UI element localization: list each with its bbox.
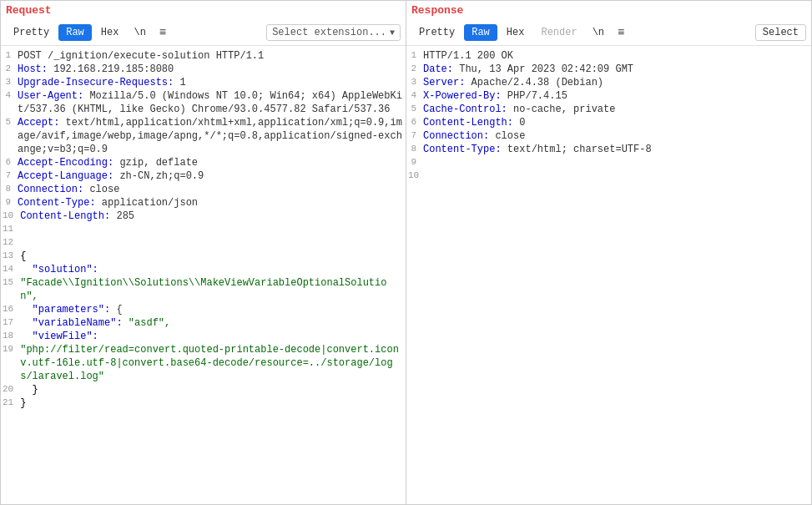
code-line: 5Cache-Control: no-cache, private — [406, 103, 811, 116]
request-raw-btn[interactable]: Raw — [58, 24, 92, 41]
code-line: 15"Facade\\Ignition\\Solutions\\MakeView… — [1, 276, 406, 303]
line-content: "variableName": "asdf", — [20, 316, 404, 330]
request-panel: Request Pretty Raw Hex \n ≡ Select exten… — [1, 1, 406, 504]
response-newline-btn[interactable]: \n — [587, 24, 610, 41]
code-line: 14 "solution": — [1, 263, 406, 276]
code-line: 19"php://filter/read=convert.quoted-prin… — [1, 343, 406, 383]
response-toolbar: Pretty Raw Hex Render \n ≡ Select — [411, 20, 806, 45]
code-line: 5Accept: text/html,application/xhtml+xml… — [1, 116, 406, 156]
line-number: 8 — [408, 143, 423, 154]
line-number: 5 — [408, 103, 423, 114]
response-raw-btn[interactable]: Raw — [464, 24, 497, 41]
request-toolbar: Pretty Raw Hex \n ≡ Select extension... … — [6, 20, 401, 45]
response-pretty-btn[interactable]: Pretty — [411, 24, 462, 41]
code-line: 8Content-Type: text/html; charset=UTF-8 — [406, 143, 811, 156]
response-content: 1HTTP/1.1 200 OK2Date: Thu, 13 Apr 2023 … — [406, 46, 811, 504]
line-content: Accept: text/html,application/xhtml+xml,… — [18, 116, 404, 156]
response-render-btn[interactable]: Render — [533, 24, 584, 41]
line-number: 5 — [3, 116, 18, 127]
code-line: 3Upgrade-Insecure-Requests: 1 — [1, 76, 406, 89]
chevron-down-icon: ▼ — [390, 28, 395, 38]
code-line: 4X-Powered-By: PHP/7.4.15 — [406, 89, 811, 103]
request-title: Request — [6, 4, 401, 20]
code-line: 3Server: Apache/2.4.38 (Debian) — [406, 76, 811, 89]
code-line: 10Content-Length: 285 — [1, 210, 406, 223]
line-content: "parameters": { — [20, 303, 404, 316]
line-number: 13 — [3, 250, 20, 260]
line-number: 6 — [408, 116, 423, 127]
code-line: 9Content-Type: application/json — [1, 196, 406, 210]
line-content: "php://filter/read=convert.quoted-printa… — [20, 343, 404, 383]
request-header: Request Pretty Raw Hex \n ≡ Select exten… — [1, 1, 406, 46]
response-lines-container: 1HTTP/1.1 200 OK2Date: Thu, 13 Apr 2023 … — [406, 49, 811, 183]
line-content: Date: Thu, 13 Apr 2023 02:42:09 GMT — [423, 63, 809, 76]
code-line: 8Connection: close — [1, 183, 406, 196]
line-content: Content-Type: text/html; charset=UTF-8 — [423, 143, 809, 156]
line-content: "viewFile": — [20, 330, 404, 343]
code-line: 7Accept-Language: zh-CN,zh;q=0.9 — [1, 169, 406, 183]
response-title: Response — [411, 4, 806, 20]
code-line: 1POST /_ignition/execute-solution HTTP/1… — [1, 49, 406, 63]
line-content: Connection: close — [423, 129, 809, 143]
response-menu-btn[interactable]: ≡ — [612, 23, 630, 42]
line-content: "solution": — [20, 263, 404, 276]
response-hex-btn[interactable]: Hex — [499, 24, 532, 41]
line-number: 1 — [3, 49, 18, 60]
line-number: 3 — [408, 76, 423, 87]
code-line: 6Content-Length: 0 — [406, 116, 811, 129]
code-line: 2Date: Thu, 13 Apr 2023 02:42:09 GMT — [406, 63, 811, 76]
request-select-extension-btn[interactable]: Select extension... ▼ — [266, 24, 401, 41]
line-content: } — [20, 383, 404, 396]
line-content: POST /_ignition/execute-solution HTTP/1.… — [18, 49, 404, 63]
line-content: Connection: close — [18, 183, 404, 196]
code-line: 16 "parameters": { — [1, 303, 406, 316]
line-number: 11 — [3, 223, 20, 234]
code-line: 9 — [406, 156, 811, 169]
line-content: X-Powered-By: PHP/7.4.15 — [423, 89, 809, 103]
request-content: 1POST /_ignition/execute-solution HTTP/1… — [1, 46, 406, 504]
response-panel: Response Pretty Raw Hex Render \n ≡ Sele… — [406, 1, 811, 504]
line-content: Accept-Encoding: gzip, deflate — [18, 156, 404, 169]
line-number: 10 — [408, 169, 426, 180]
line-content: Accept-Language: zh-CN,zh;q=0.9 — [18, 169, 404, 183]
code-line: 1HTTP/1.1 200 OK — [406, 49, 811, 63]
code-line: 6Accept-Encoding: gzip, deflate — [1, 156, 406, 169]
line-number: 10 — [3, 210, 20, 220]
line-number: 6 — [3, 156, 18, 167]
line-content: Content-Type: application/json — [18, 196, 404, 210]
line-number: 19 — [3, 343, 20, 354]
select-extension-label: Select extension... — [272, 27, 386, 38]
line-number: 15 — [3, 276, 20, 287]
line-number: 21 — [3, 396, 20, 407]
line-content: Cache-Control: no-cache, private — [423, 103, 809, 116]
line-number: 4 — [3, 89, 18, 100]
request-menu-btn[interactable]: ≡ — [154, 23, 172, 42]
line-content: Upgrade-Insecure-Requests: 1 — [18, 76, 404, 89]
line-number: 9 — [408, 156, 423, 167]
response-select-btn[interactable]: Select — [755, 24, 806, 41]
code-line: 20 } — [1, 383, 406, 396]
main-container: Request Pretty Raw Hex \n ≡ Select exten… — [0, 0, 812, 505]
line-number: 12 — [3, 236, 20, 247]
code-line: 17 "variableName": "asdf", — [1, 316, 406, 330]
line-number: 3 — [3, 76, 18, 87]
line-content: Host: 192.168.219.185:8080 — [18, 63, 404, 76]
request-newline-btn[interactable]: \n — [128, 24, 151, 41]
code-line: 21} — [1, 396, 406, 410]
line-number: 2 — [3, 63, 18, 73]
line-number: 16 — [3, 303, 20, 314]
line-number: 18 — [3, 330, 20, 341]
request-pretty-btn[interactable]: Pretty — [6, 24, 57, 41]
code-line: 11 — [1, 223, 406, 236]
line-number: 7 — [3, 169, 18, 180]
response-header: Response Pretty Raw Hex Render \n ≡ Sele… — [406, 1, 811, 46]
line-number: 17 — [3, 316, 20, 327]
request-hex-btn[interactable]: Hex — [93, 24, 127, 41]
code-line: 7Connection: close — [406, 129, 811, 143]
line-number: 1 — [408, 49, 423, 60]
line-number: 9 — [3, 196, 18, 207]
line-number: 4 — [408, 89, 423, 100]
code-line: 12 — [1, 236, 406, 250]
line-number: 2 — [408, 63, 423, 73]
line-number: 8 — [3, 183, 18, 194]
